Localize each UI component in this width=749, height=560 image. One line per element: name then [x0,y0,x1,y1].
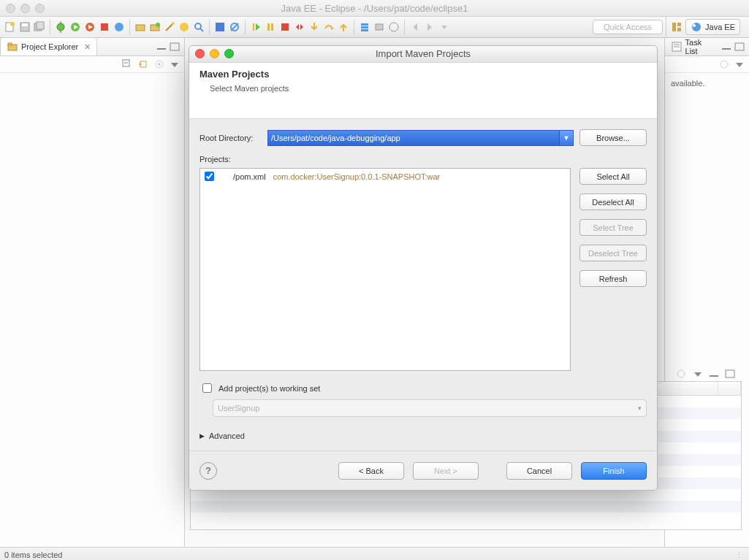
svg-rect-33 [361,26,368,28]
working-set-label: Add project(s) to working set [218,384,320,393]
svg-point-14 [115,23,123,31]
help-button[interactable]: ? [199,462,217,480]
maximize-view-icon[interactable] [734,42,745,51]
link-editor-icon[interactable] [137,58,149,70]
svg-rect-41 [677,23,681,26]
projects-list[interactable]: /pom.xml com.docker:UserSignup:0.0.1-SNA… [199,168,571,371]
svg-rect-23 [216,23,224,31]
profile-icon[interactable] [388,21,400,33]
minimize-view-icon[interactable] [156,42,167,51]
root-directory-label: Root Directory: [199,134,262,142]
open-perspective-icon[interactable] [671,21,683,33]
working-set-combo[interactable]: UserSignup ▾ [213,399,647,417]
task-list-icon [671,41,683,53]
svg-rect-5 [37,22,44,29]
focus-task-icon[interactable] [153,58,165,70]
close-icon[interactable]: ✕ [84,42,91,52]
step-return-icon[interactable] [338,21,349,33]
refresh-button[interactable]: Refresh [579,270,647,287]
save-icon[interactable] [19,21,31,33]
chevron-down-icon[interactable]: ▼ [559,131,573,145]
finish-button[interactable]: Finish [581,462,647,480]
sash-grip-icon[interactable]: ⋮ [735,551,745,560]
svg-rect-15 [136,25,145,31]
working-set-checkbox[interactable] [202,383,212,393]
minimize-view-icon[interactable] [709,369,719,378]
nav-dropdown-icon[interactable] [438,21,450,33]
step-into-icon[interactable] [308,21,320,33]
use-step-filters-icon[interactable] [373,21,385,33]
new-package-icon[interactable] [149,21,161,33]
task-focus-icon[interactable] [718,58,730,70]
nav-back-icon[interactable] [409,21,421,33]
table-row[interactable] [191,513,741,524]
javaee-perspective-icon [691,21,702,33]
view-menu-icon[interactable] [734,60,745,69]
import-maven-dialog: Import Maven Projects Maven Projects Sel… [189,45,658,491]
cancel-button[interactable]: Cancel [506,462,572,480]
root-directory-field[interactable]: ▼ [267,130,574,146]
svg-rect-40 [672,23,676,31]
disconnect-icon[interactable] [294,21,305,33]
save-all-icon[interactable] [34,21,45,33]
collapse-all-icon[interactable] [121,58,133,70]
deselect-tree-button[interactable]: Deselect Tree [579,245,647,261]
minimize-view-icon[interactable] [721,42,731,51]
search-icon[interactable] [193,21,205,33]
select-all-button[interactable]: Select All [579,168,647,185]
project-explorer-icon [7,41,18,53]
skip-breakpoints-icon[interactable] [229,21,240,33]
tab-project-explorer[interactable]: Project Explorer ✕ [0,37,97,55]
back-button[interactable]: < Back [338,462,404,480]
ext-tools-icon[interactable] [99,21,110,33]
tab-task-list[interactable]: Task List [665,38,721,55]
wizard-header: Maven Projects Select Maven projects [189,63,657,120]
svg-rect-32 [361,23,368,26]
perspective-label: Java EE [705,23,735,31]
working-set-value: UserSignup [218,404,259,413]
next-button[interactable]: Next > [413,462,479,480]
svg-point-17 [156,23,160,27]
svg-marker-37 [413,23,417,31]
terminate-icon[interactable] [279,21,291,33]
resume-icon[interactable] [250,21,262,33]
svg-rect-29 [271,23,273,31]
maximize-view-icon[interactable] [170,42,180,51]
svg-rect-48 [170,43,179,50]
project-explorer-body [0,73,184,547]
project-pom-label: /pom.xml [233,172,266,181]
browse-button[interactable]: Browse... [579,129,647,146]
run-icon[interactable] [69,21,81,33]
open-type-icon[interactable] [178,21,190,33]
drop-frame-icon[interactable] [359,21,370,33]
perspective-javaee-button[interactable]: Java EE [685,19,740,35]
wand-icon[interactable] [164,21,175,33]
project-item[interactable]: /pom.xml com.docker:UserSignup:0.0.1-SNA… [200,169,570,184]
projects-label: Projects: [199,155,647,164]
debug-icon[interactable] [55,21,66,33]
task-focus-icon[interactable] [675,368,687,380]
toggle-breadcrumb-icon[interactable] [214,21,226,33]
quick-access-field[interactable]: Quick Access [593,20,663,34]
svg-rect-58 [735,43,744,50]
table-row[interactable] [191,489,741,501]
maximize-view-icon[interactable] [725,369,735,378]
deselect-all-button[interactable]: Deselect All [579,193,647,210]
new-project-icon[interactable] [134,21,146,33]
view-menu-icon[interactable] [170,60,180,69]
nav-fwd-icon[interactable] [424,21,436,33]
svg-point-43 [692,23,701,31]
new-icon[interactable] [4,21,16,33]
svg-point-44 [693,24,696,27]
view-menu-icon[interactable] [693,369,703,378]
table-row[interactable] [191,501,741,513]
run-last-icon[interactable] [84,21,96,33]
tab-label: Project Explorer [21,42,78,51]
project-checkbox[interactable] [205,172,214,181]
suspend-icon[interactable] [265,21,276,33]
advanced-toggle[interactable]: ▶ Advanced [199,431,647,440]
select-tree-button[interactable]: Select Tree [579,219,647,236]
step-over-icon[interactable] [323,21,335,33]
server-icon[interactable] [113,21,125,33]
root-directory-input[interactable] [268,134,559,142]
